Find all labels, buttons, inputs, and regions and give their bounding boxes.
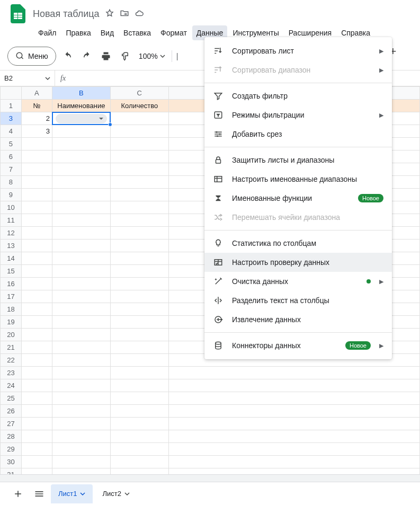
row-header-16[interactable]: 16 <box>1 278 22 290</box>
cell-A29[interactable] <box>21 443 52 456</box>
cell-A6[interactable] <box>21 150 52 163</box>
row-header-13[interactable]: 13 <box>1 240 22 252</box>
cell-D25[interactable] <box>168 392 419 405</box>
row-header-15[interactable]: 15 <box>1 265 22 278</box>
cell-C4[interactable] <box>110 125 168 138</box>
cell-B6[interactable] <box>52 150 110 163</box>
cell-A19[interactable] <box>21 316 52 329</box>
row-header-30[interactable]: 30 <box>1 456 22 468</box>
cell-A27[interactable] <box>21 418 52 430</box>
cell-C27[interactable] <box>110 418 168 430</box>
cell-D29[interactable] <box>168 443 419 456</box>
cell-A16[interactable] <box>21 278 52 290</box>
cell-A5[interactable] <box>21 138 52 150</box>
cell-B5[interactable] <box>52 138 110 150</box>
row-header-17[interactable]: 17 <box>1 290 22 303</box>
cell-B19[interactable] <box>52 316 110 329</box>
cell-B24[interactable] <box>52 379 110 392</box>
cell-C19[interactable] <box>110 316 168 329</box>
search-menus[interactable]: Меню <box>7 47 56 66</box>
menu-item-split[interactable]: Разделить текст на столбцы <box>204 291 392 310</box>
cell-A13[interactable] <box>21 240 52 252</box>
row-header-7[interactable]: 7 <box>1 163 22 176</box>
cell-C18[interactable] <box>110 303 168 316</box>
cell-D24[interactable] <box>168 379 419 392</box>
menu-item-extract[interactable]: Извлечение данных <box>204 310 392 329</box>
cell-B16[interactable] <box>52 278 110 290</box>
cell-B28[interactable] <box>52 430 110 443</box>
menu-item-slicer[interactable]: Добавить срез <box>204 125 392 144</box>
menu-item-sort-sheet[interactable]: Сортировать лист▶ <box>204 41 392 60</box>
cell-B17[interactable] <box>52 290 110 303</box>
cell-C23[interactable] <box>110 367 168 379</box>
cell-A25[interactable] <box>21 392 52 405</box>
cell-B4[interactable] <box>52 125 110 138</box>
cell-B13[interactable] <box>52 240 110 252</box>
cell-C21[interactable] <box>110 341 168 354</box>
cell-B7[interactable] <box>52 163 110 176</box>
cell-C5[interactable] <box>110 138 168 150</box>
cell-A22[interactable] <box>21 354 52 367</box>
menu-Вид[interactable]: Вид <box>96 25 118 40</box>
all-sheets-button[interactable] <box>30 484 49 503</box>
row-header-24[interactable]: 24 <box>1 379 22 392</box>
row-header-5[interactable]: 5 <box>1 138 22 150</box>
menu-item-filter-views[interactable]: Режимы фильтрации▶ <box>204 105 392 125</box>
menu-item-sigma[interactable]: Именованные функцииНовое <box>204 189 392 208</box>
cloud-icon[interactable] <box>135 8 144 20</box>
cell-D26[interactable] <box>168 405 419 418</box>
col-header-C[interactable]: C <box>110 87 168 100</box>
cell-B10[interactable] <box>52 201 110 214</box>
row-header-1[interactable]: 1 <box>1 100 22 112</box>
horizontal-scrollbar[interactable] <box>0 474 420 482</box>
menu-item-lock[interactable]: Защитить листы и диапазоны <box>204 150 392 170</box>
cell-C13[interactable] <box>110 240 168 252</box>
cell-A17[interactable] <box>21 290 52 303</box>
cell-A21[interactable] <box>21 341 52 354</box>
cell-A1[interactable]: № <box>21 100 52 112</box>
undo-button[interactable] <box>60 49 75 64</box>
menu-item-named-range[interactable]: Настроить именованные диапазоны <box>204 170 392 189</box>
row-header-11[interactable]: 11 <box>1 214 22 227</box>
select-all-corner[interactable] <box>1 87 22 100</box>
cell-D27[interactable] <box>168 418 419 430</box>
star-icon[interactable] <box>105 8 114 20</box>
cell-C8[interactable] <box>110 176 168 189</box>
zoom-select[interactable]: 100% <box>137 52 167 60</box>
cell-C26[interactable] <box>110 405 168 418</box>
move-icon[interactable] <box>120 8 129 20</box>
doc-title[interactable]: Новая таблица <box>33 8 100 20</box>
cell-A20[interactable] <box>21 329 52 341</box>
cell-B15[interactable] <box>52 265 110 278</box>
cell-A15[interactable] <box>21 265 52 278</box>
redo-button[interactable] <box>79 49 94 64</box>
cell-A30[interactable] <box>21 456 52 468</box>
cell-A9[interactable] <box>21 189 52 201</box>
cell-C16[interactable] <box>110 278 168 290</box>
cell-D23[interactable] <box>168 367 419 379</box>
cell-B21[interactable] <box>52 341 110 354</box>
row-header-29[interactable]: 29 <box>1 443 22 456</box>
cell-A26[interactable] <box>21 405 52 418</box>
cell-C14[interactable] <box>110 252 168 265</box>
cell-B18[interactable] <box>52 303 110 316</box>
menu-Файл[interactable]: Файл <box>34 25 60 40</box>
cell-C6[interactable] <box>110 150 168 163</box>
row-header-26[interactable]: 26 <box>1 405 22 418</box>
cell-C22[interactable] <box>110 354 168 367</box>
cell-D30[interactable] <box>168 456 419 468</box>
row-header-21[interactable]: 21 <box>1 341 22 354</box>
menu-item-data-validation[interactable]: Настроить проверку данных <box>204 253 392 272</box>
cell-C30[interactable] <box>110 456 168 468</box>
cell-C28[interactable] <box>110 430 168 443</box>
cell-C11[interactable] <box>110 214 168 227</box>
row-header-18[interactable]: 18 <box>1 303 22 316</box>
cell-C1[interactable]: Количество <box>110 100 168 112</box>
col-header-A[interactable]: A <box>21 87 52 100</box>
cell-A4[interactable]: 3 <box>21 125 52 138</box>
cell-B8[interactable] <box>52 176 110 189</box>
row-header-8[interactable]: 8 <box>1 176 22 189</box>
menu-Правка[interactable]: Правка <box>61 25 95 40</box>
cell-C3[interactable] <box>110 112 168 125</box>
paint-format-button[interactable] <box>118 49 132 64</box>
